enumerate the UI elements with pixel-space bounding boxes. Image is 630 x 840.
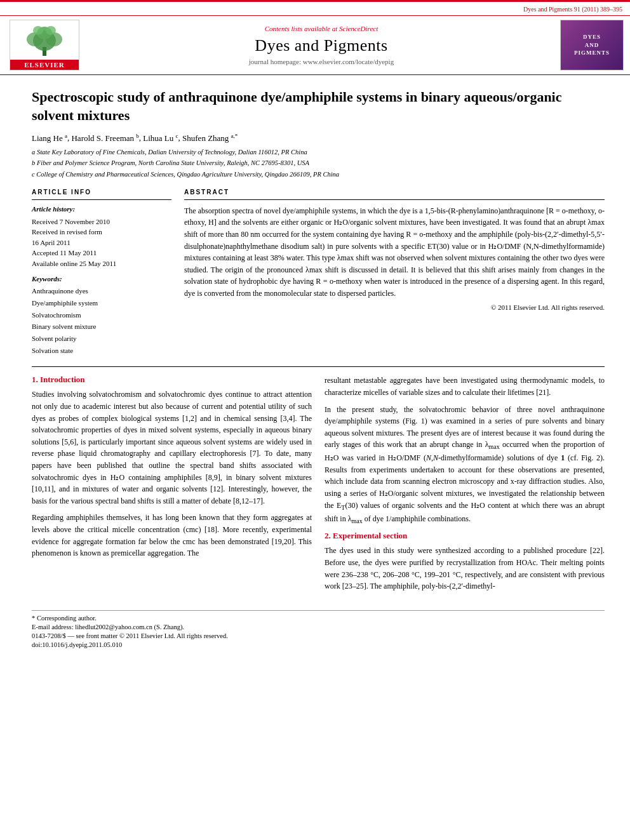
section1-para1: Studies involving solvatochromism and so… bbox=[32, 389, 312, 507]
affiliation-b: b Fiber and Polymer Science Program, Nor… bbox=[32, 158, 605, 168]
logo-line-3: PIGMENTS bbox=[574, 49, 610, 57]
article-received: Received 7 November 2010 bbox=[32, 217, 171, 227]
main-columns: 1. Introduction Studies involving solvat… bbox=[32, 375, 605, 597]
author-lihua-lu: Lihua Lu c bbox=[143, 133, 178, 143]
copyright-line: © 2011 Elsevier Ltd. All rights reserved… bbox=[184, 303, 605, 311]
corresponding-author: * Corresponding author. bbox=[32, 615, 605, 622]
article-accepted: Accepted 11 May 2011 bbox=[32, 248, 171, 258]
affiliations: a State Key Laboratory of Fine Chemicals… bbox=[32, 147, 605, 180]
article-available: Available online 25 May 2011 bbox=[32, 258, 171, 269]
abstract-text: The absorption spectra of novel dye/amph… bbox=[184, 205, 605, 300]
article-info-column: ARTICLE INFO Article history: Received 7… bbox=[32, 189, 171, 357]
affiliation-c: c College of Chemistry and Pharmaceutica… bbox=[32, 170, 605, 180]
article-revised-date: 16 April 2011 bbox=[32, 237, 171, 248]
svg-point-5 bbox=[33, 26, 43, 35]
journal-center: Contents lists available at ScienceDirec… bbox=[83, 25, 560, 65]
keyword-5: Solvent polarity bbox=[32, 333, 171, 345]
author-liang-he: Liang He a bbox=[32, 133, 67, 143]
journal-title: Dyes and Pigments bbox=[83, 36, 560, 55]
section1-right-text: resultant metastable aggregates have bee… bbox=[325, 375, 605, 526]
keywords-label: Keywords: bbox=[32, 275, 171, 283]
article-title: Spectroscopic study of anthraquinone dye… bbox=[32, 88, 605, 124]
footer-notes: * Corresponding author. E-mail address: … bbox=[32, 610, 605, 648]
journal-logo-right: DYES AND PIGMENTS bbox=[560, 20, 624, 70]
info-divider bbox=[32, 199, 171, 200]
logo-line-1: DYES bbox=[583, 33, 601, 41]
section2-heading: 2. Experimental section bbox=[325, 531, 605, 541]
keyword-4: Binary solvent mixture bbox=[32, 321, 171, 333]
issn-line: 0143-7208/$ — see front matter © 2011 El… bbox=[32, 632, 605, 639]
journal-homepage: journal homepage: www.elsevier.com/locat… bbox=[83, 58, 560, 65]
author-harold-freeman: Harold S. Freeman b bbox=[71, 133, 138, 143]
elsevier-wordmark: ELSEVIER bbox=[10, 60, 79, 70]
elsevier-logo-img: ELSEVIER bbox=[10, 20, 79, 70]
section1-right-para2: In the present study, the solvatochromic… bbox=[325, 404, 605, 526]
keyword-6: Solvation state bbox=[32, 345, 171, 357]
abstract-paragraph: The absorption spectra of novel dye/amph… bbox=[184, 205, 605, 300]
author-shufen-zhang: Shufen Zhang a,* bbox=[182, 133, 238, 143]
section1-para2: Regarding amphiphiles themselves, it has… bbox=[32, 512, 312, 559]
section1-heading: 1. Introduction bbox=[32, 375, 312, 385]
email-line: E-mail address: lihedlut2002@yahoo.com.c… bbox=[32, 623, 605, 630]
elsevier-tree-icon bbox=[10, 20, 79, 60]
section1-text: Studies involving solvatochromism and so… bbox=[32, 389, 312, 559]
body-divider bbox=[32, 366, 605, 367]
keywords-list: Anthraquinone dyes Dye/amphiphile system… bbox=[32, 285, 171, 356]
logo-line-2: AND bbox=[585, 41, 600, 50]
main-left-column: 1. Introduction Studies involving solvat… bbox=[32, 375, 312, 597]
article-received-revised: Received in revised form bbox=[32, 227, 171, 237]
keyword-3: Solvatochromism bbox=[32, 309, 171, 321]
abstract-column: ABSTRACT The absorption spectra of novel… bbox=[184, 189, 605, 357]
info-abstract-columns: ARTICLE INFO Article history: Received 7… bbox=[32, 189, 605, 357]
article-body: Spectroscopic study of anthraquinone dye… bbox=[0, 76, 630, 663]
journal-banner: ELSEVIER Contents lists available at Sci… bbox=[0, 15, 630, 75]
section1-right-para1: resultant metastable aggregates have bee… bbox=[325, 375, 605, 398]
authors: Liang He a, Harold S. Freeman b, Lihua L… bbox=[32, 132, 605, 143]
abstract-divider bbox=[184, 199, 605, 200]
affiliation-a: a State Key Laboratory of Fine Chemicals… bbox=[32, 147, 605, 157]
sciencedirect-line: Contents lists available at ScienceDirec… bbox=[83, 25, 560, 32]
elsevier-logo-box: ELSEVIER bbox=[6, 20, 83, 70]
article-info-label: ARTICLE INFO bbox=[32, 189, 171, 196]
email-label: E-mail address: bbox=[32, 623, 74, 630]
keyword-1: Anthraquinone dyes bbox=[32, 285, 171, 297]
journal-citation: Dyes and Pigments 91 (2011) 389–395 bbox=[0, 6, 630, 15]
section2-para1: The dyes used in this study were synthes… bbox=[325, 545, 605, 592]
svg-point-6 bbox=[46, 26, 56, 35]
section2-text: The dyes used in this study were synthes… bbox=[325, 545, 605, 592]
doi-line: doi:10.1016/j.dyepig.2011.05.010 bbox=[32, 641, 605, 648]
journal-header: Dyes and Pigments 91 (2011) 389–395 bbox=[0, 0, 630, 76]
article-history-label: Article history: bbox=[32, 205, 171, 213]
keyword-2: Dye/amphiphile system bbox=[32, 297, 171, 309]
abstract-label: ABSTRACT bbox=[184, 189, 605, 196]
main-right-column: resultant metastable aggregates have bee… bbox=[325, 375, 605, 597]
email-address: lihedlut2002@yahoo.com.cn (S. Zhang). bbox=[75, 623, 184, 630]
